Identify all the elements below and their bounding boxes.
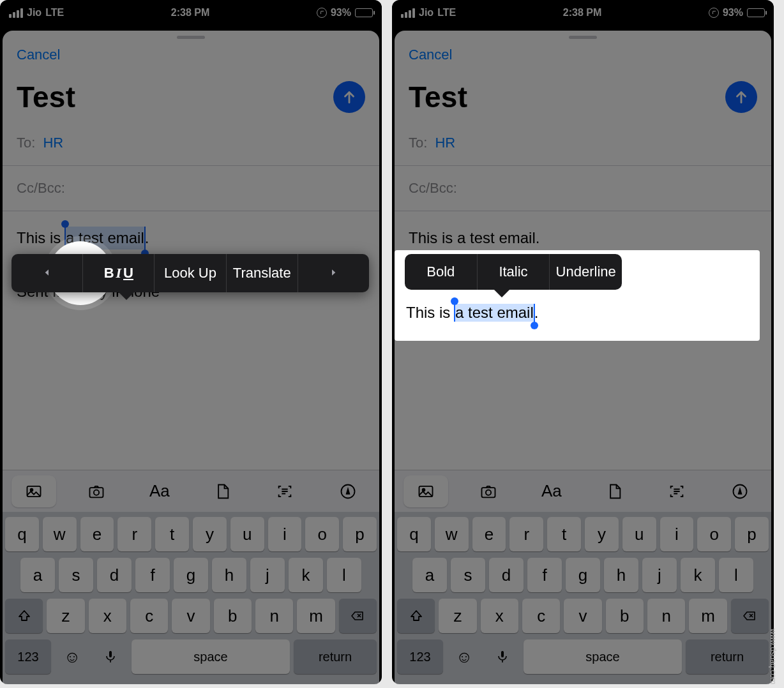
key-h[interactable]: h <box>604 558 638 592</box>
key-j[interactable]: j <box>642 558 677 592</box>
key-c[interactable]: c <box>522 599 560 633</box>
dictation-key[interactable] <box>485 639 520 674</box>
key-o[interactable]: o <box>305 517 339 551</box>
key-i[interactable]: i <box>268 517 302 551</box>
key-l[interactable]: l <box>719 558 753 592</box>
key-s[interactable]: s <box>59 558 93 592</box>
return-key[interactable]: return <box>294 639 377 674</box>
send-button[interactable] <box>333 81 365 113</box>
numbers-key[interactable]: 123 <box>397 639 443 674</box>
photos-icon[interactable] <box>11 475 56 507</box>
key-x[interactable]: x <box>481 599 518 633</box>
key-t[interactable]: t <box>547 517 581 551</box>
attachment-icon[interactable] <box>200 475 245 507</box>
key-a[interactable]: a <box>20 558 55 592</box>
camera-icon[interactable] <box>74 475 119 507</box>
key-f[interactable]: f <box>135 558 170 592</box>
key-q[interactable]: q <box>5 517 39 551</box>
key-k[interactable]: k <box>681 558 715 592</box>
key-q[interactable]: q <box>397 517 431 551</box>
key-w[interactable]: w <box>435 517 469 551</box>
lookup-button[interactable]: Look Up <box>155 254 226 292</box>
send-button[interactable] <box>725 81 757 113</box>
body-textview-highlight[interactable]: This is a test email. <box>406 304 538 322</box>
key-m[interactable]: m <box>297 599 335 633</box>
photos-icon[interactable] <box>403 475 448 507</box>
numbers-key[interactable]: 123 <box>5 639 51 674</box>
menu-next-arrow[interactable] <box>298 254 369 292</box>
translate-button[interactable]: Translate <box>227 254 298 292</box>
key-r[interactable]: r <box>509 517 543 551</box>
emoji-key[interactable]: ☺ <box>55 639 89 674</box>
ccbcc-field[interactable]: Cc/Bcc: <box>3 166 379 211</box>
key-t[interactable]: t <box>155 517 189 551</box>
key-o[interactable]: o <box>697 517 731 551</box>
scan-text-icon[interactable] <box>262 475 307 507</box>
to-recipient[interactable]: HR <box>435 135 455 151</box>
key-p[interactable]: p <box>735 517 769 551</box>
key-s[interactable]: s <box>451 558 485 592</box>
key-n[interactable]: n <box>255 599 293 633</box>
key-j[interactable]: j <box>250 558 285 592</box>
key-u[interactable]: u <box>622 517 656 551</box>
backspace-key[interactable] <box>339 599 377 633</box>
key-v[interactable]: v <box>172 599 209 633</box>
key-z[interactable]: z <box>47 599 84 633</box>
key-f[interactable]: f <box>527 558 562 592</box>
key-x[interactable]: x <box>89 599 126 633</box>
key-l[interactable]: l <box>327 558 361 592</box>
menu-prev-arrow[interactable] <box>11 254 83 292</box>
return-key[interactable]: return <box>686 639 769 674</box>
key-k[interactable]: k <box>289 558 323 592</box>
key-r[interactable]: r <box>117 517 151 551</box>
key-b[interactable]: b <box>606 599 644 633</box>
key-e[interactable]: e <box>80 517 114 551</box>
camera-icon[interactable] <box>466 475 511 507</box>
key-h[interactable]: h <box>212 558 246 592</box>
markup-icon[interactable] <box>326 475 370 507</box>
keyboard[interactable]: Aa qwertyuiop asdfghjkl zxcvbnm 123 <box>3 470 379 684</box>
space-key[interactable]: space <box>132 639 290 674</box>
attachment-icon[interactable] <box>592 475 637 507</box>
shift-key[interactable] <box>5 599 43 633</box>
ccbcc-field[interactable]: Cc/Bcc: <box>395 166 771 211</box>
key-m[interactable]: m <box>689 599 727 633</box>
selected-text[interactable]: a test email <box>455 304 534 322</box>
key-c[interactable]: c <box>130 599 168 633</box>
key-g[interactable]: g <box>566 558 600 592</box>
key-v[interactable]: v <box>564 599 601 633</box>
key-n[interactable]: n <box>647 599 685 633</box>
dictation-key[interactable] <box>93 639 128 674</box>
emoji-key[interactable]: ☺ <box>447 639 481 674</box>
cancel-button[interactable]: Cancel <box>409 47 452 63</box>
markup-icon[interactable] <box>718 475 762 507</box>
bold-button[interactable]: Bold <box>405 254 478 290</box>
key-b[interactable]: b <box>214 599 252 633</box>
key-a[interactable]: a <box>412 558 447 592</box>
biu-button[interactable]: BIU <box>83 254 155 292</box>
cancel-button[interactable]: Cancel <box>17 47 60 63</box>
to-field[interactable]: To: HR <box>395 121 771 166</box>
to-recipient[interactable]: HR <box>43 135 63 151</box>
to-field[interactable]: To: HR <box>3 121 379 166</box>
key-i[interactable]: i <box>660 517 694 551</box>
space-key[interactable]: space <box>524 639 682 674</box>
backspace-key[interactable] <box>731 599 769 633</box>
key-g[interactable]: g <box>174 558 208 592</box>
key-y[interactable]: y <box>193 517 227 551</box>
key-y[interactable]: y <box>585 517 619 551</box>
key-z[interactable]: z <box>439 599 476 633</box>
shift-key[interactable] <box>397 599 435 633</box>
key-w[interactable]: w <box>43 517 77 551</box>
text-format-icon[interactable]: Aa <box>529 475 574 507</box>
underline-button[interactable]: Underline <box>550 254 622 290</box>
scan-text-icon[interactable] <box>654 475 699 507</box>
key-u[interactable]: u <box>230 517 264 551</box>
key-d[interactable]: d <box>489 558 524 592</box>
key-d[interactable]: d <box>97 558 132 592</box>
selection-handle-start[interactable] <box>61 220 69 228</box>
selection-handle-end[interactable] <box>531 322 538 329</box>
selection-handle-start[interactable] <box>451 297 458 305</box>
key-p[interactable]: p <box>343 517 377 551</box>
keyboard[interactable]: Aa qwertyuiop asdfghjkl zxcvbnm 123 <box>395 470 771 684</box>
